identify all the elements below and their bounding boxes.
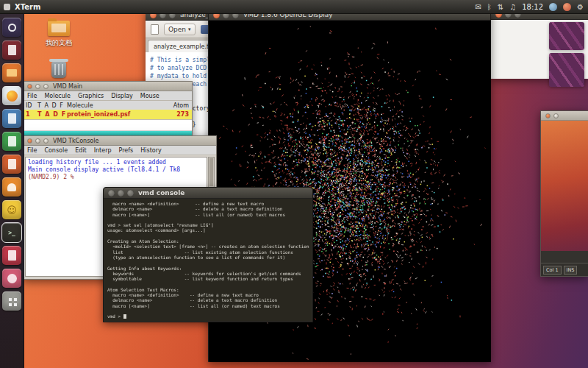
vmd-console-window[interactable]: vmd console macro <name> <definition> --…	[103, 187, 313, 322]
scrollbar-thumb[interactable]	[209, 158, 213, 186]
open-button[interactable]: Open ▾	[164, 24, 196, 35]
vmd-main-window[interactable]: VMD Main FileMoleculeGraphicsDisplayMous…	[22, 81, 193, 137]
row-id: 1	[26, 111, 37, 118]
menu-display[interactable]: Display	[111, 93, 133, 99]
header-atoms: Atom	[170, 102, 189, 109]
column-indicator: Col 1	[543, 266, 562, 275]
terminal-line: Getting Info about Keywords:	[107, 266, 309, 271]
launcher-item-libreoffice-writer[interactable]	[2, 109, 21, 128]
launcher-item-ubuntu-one[interactable]: ☺	[2, 200, 21, 219]
launcher-item-app-red[interactable]	[2, 246, 21, 265]
menu-molecule[interactable]: Molecule	[44, 93, 71, 99]
launcher-item-firefox[interactable]	[2, 86, 21, 105]
ubuntu-one-icon: ☺	[7, 205, 17, 215]
volume-icon[interactable]: ♫	[509, 3, 516, 11]
terminal-line: delmacro <name> -- delete a text macro d…	[107, 297, 309, 302]
folder-icon	[48, 21, 70, 36]
terminal-line: delmacro <name> -- delete a text macro d…	[107, 206, 309, 211]
menu-edit[interactable]: Edit	[75, 147, 87, 154]
menu-file[interactable]: File	[27, 147, 37, 154]
terminal-line	[107, 260, 309, 265]
open-label: Open	[168, 26, 186, 33]
terminal-line	[107, 233, 309, 238]
launcher-item-libreoffice-calc[interactable]	[2, 132, 21, 151]
maximize-button[interactable]	[43, 138, 49, 144]
desktop-icon-label: 我的文档	[38, 38, 79, 48]
molecule-row[interactable]: 1 T A D F protein_ionized.psf 273	[23, 110, 192, 119]
menu-prefs[interactable]: Prefs	[119, 147, 134, 154]
app-maroon-icon	[8, 45, 16, 55]
launcher-item-workspace-switcher[interactable]	[2, 291, 21, 311]
minimize-button[interactable]	[35, 84, 40, 89]
purple-panel	[549, 53, 584, 87]
workspace-switcher-icon	[9, 298, 12, 301]
files-icon	[7, 69, 17, 77]
row-molecule: protein_ionized.psf	[67, 111, 170, 118]
network-icon[interactable]: ⇅	[498, 3, 503, 11]
titlebar[interactable]: VMD TkConsole	[23, 136, 216, 146]
vmd-main-menubar: FileMoleculeGraphicsDisplayMouse	[23, 91, 192, 101]
insert-mode-indicator: INS	[564, 266, 578, 275]
tab-label: analyze_example.t...	[154, 43, 215, 50]
terminal-line: <molId> <selection text> [frame <n>] -- …	[107, 244, 309, 249]
app-red-icon	[8, 250, 16, 261]
clock[interactable]: 18:12	[522, 3, 543, 11]
terminal-line	[107, 281, 309, 286]
titlebar[interactable]: VMD Main	[23, 82, 192, 91]
titlebar[interactable]	[541, 111, 588, 121]
tkconsole-menubar: FileConsoleEditInterpPrefsHistory	[23, 146, 216, 155]
background-window-editor[interactable]: Col 1 INS	[540, 110, 588, 277]
titlebar[interactable]: vmd console	[104, 188, 312, 199]
console-line: Main console display active (Tcl8.4.1 / …	[28, 166, 204, 174]
menu-interp[interactable]: Interp	[94, 147, 112, 154]
menu-graphics[interactable]: Graphics	[78, 93, 104, 99]
close-button[interactable]	[545, 113, 551, 118]
app-pink-icon	[7, 274, 17, 283]
close-button[interactable]	[27, 84, 32, 89]
trash-icon	[51, 62, 66, 78]
launcher-item-files[interactable]	[2, 63, 21, 82]
libreoffice-writer-icon	[8, 113, 16, 124]
vmd-console-text[interactable]: macro <name> <definition> -- define a ne…	[104, 199, 312, 321]
desktop-icon-documents[interactable]: 我的文档	[38, 21, 79, 48]
launcher-item-dash-home[interactable]	[2, 18, 21, 37]
terminal-line: keywords -- keywords for selection's get…	[107, 271, 309, 276]
mail-icon[interactable]: ✉	[475, 3, 481, 11]
software-center-icon	[7, 183, 16, 191]
maximize-button[interactable]	[127, 190, 134, 197]
launcher-item-app-pink[interactable]	[2, 269, 21, 288]
system-tray: ✉ᛒ⇅♫ 18:12 ⚙	[475, 3, 588, 11]
terminal-line: macro <name> <definition> -- define a ne…	[107, 292, 309, 297]
purple-panel	[549, 22, 584, 50]
minimize-button[interactable]	[118, 190, 124, 197]
molecule-list-empty	[23, 119, 192, 130]
close-button[interactable]	[108, 190, 115, 197]
terminal-icon: >_	[8, 230, 15, 236]
minimize-button[interactable]	[553, 113, 559, 118]
molecule-list-header: ID T A D F Molecule Atom	[23, 101, 192, 110]
menu-history[interactable]: History	[140, 147, 161, 154]
menu-console[interactable]: Console	[44, 147, 68, 154]
bluetooth-icon[interactable]: ᛒ	[487, 3, 492, 11]
header-molecule: Molecule	[67, 102, 170, 109]
menu-file[interactable]: File	[27, 93, 37, 99]
tray-glyphs: ✉ᛒ⇅♫	[475, 3, 516, 11]
terminal-line: usage: atomselect <command> [args...]	[107, 227, 309, 233]
launcher-item-libreoffice-impress[interactable]	[2, 155, 21, 174]
gear-icon[interactable]: ⚙	[577, 3, 584, 11]
close-button[interactable]	[27, 138, 32, 144]
window-title: VMD Main	[53, 83, 82, 90]
launcher-items: ☺>_	[2, 18, 21, 311]
user-menu-icon[interactable]	[549, 3, 557, 11]
new-document-icon[interactable]	[151, 24, 159, 35]
menu-mouse[interactable]: Mouse	[140, 93, 159, 99]
minimize-button[interactable]	[35, 138, 40, 144]
launcher-item-app-maroon[interactable]	[2, 40, 21, 60]
launcher-item-software-center[interactable]	[2, 177, 21, 197]
terminal-prompt[interactable]: vmd >	[107, 314, 309, 319]
console-line: loading history file ... 1 events added	[28, 159, 204, 166]
maximize-button[interactable]	[43, 84, 49, 89]
window-title: VMD TkConsole	[53, 138, 98, 144]
launcher-item-terminal[interactable]: >_	[2, 223, 21, 242]
session-menu-icon[interactable]	[563, 3, 571, 11]
